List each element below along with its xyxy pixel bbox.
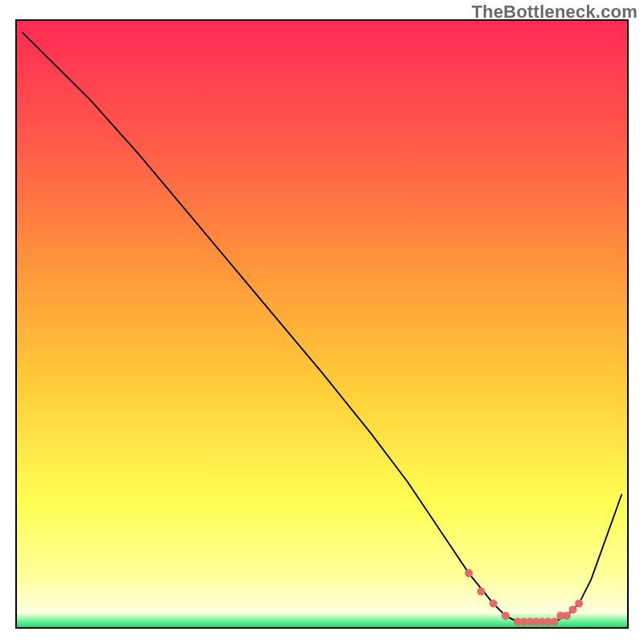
chart-stage: TheBottleneck.com [0, 0, 644, 644]
bottleneck-chart [0, 0, 644, 644]
well-dot [477, 588, 485, 596]
well-dot [569, 605, 577, 613]
well-dot [563, 612, 571, 620]
well-dot [575, 600, 583, 608]
chart-background [16, 20, 628, 628]
well-dot [551, 618, 559, 626]
well-dot [489, 600, 497, 608]
well-dot [464, 569, 473, 577]
watermark-label: TheBottleneck.com [472, 2, 638, 23]
well-dot [502, 612, 510, 620]
